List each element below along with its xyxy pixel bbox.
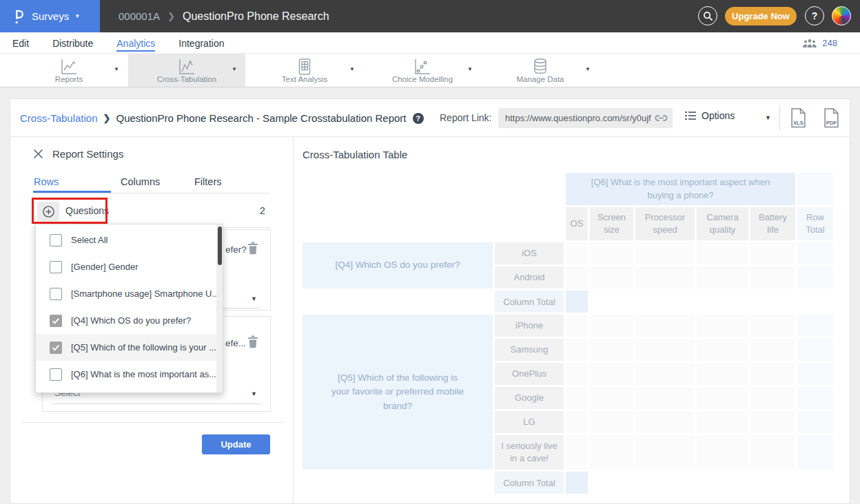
options-label: Options [702, 110, 735, 121]
dropdown-item-label: [Smartphone usage] Smartphone U... [71, 288, 219, 299]
nav-item-edit[interactable]: Edit [12, 38, 29, 49]
line-chart-icon [60, 58, 78, 76]
question-card-title-fragment: efer? [225, 244, 247, 255]
select-underline[interactable] [52, 403, 260, 404]
data-cell [566, 387, 588, 409]
upgrade-now-button[interactable]: Upgrade Now [725, 7, 797, 25]
checkbox-unchecked[interactable] [50, 261, 62, 273]
data-cell [750, 339, 795, 361]
dropdown-item[interactable]: [Smartphone usage] Smartphone U... [36, 280, 223, 307]
chevron-down-icon[interactable]: ▼ [349, 66, 355, 72]
report-link-input[interactable] [498, 108, 651, 128]
trash-icon[interactable] [247, 335, 258, 348]
options-button[interactable]: Options [685, 110, 735, 121]
chevron-down-icon[interactable]: ▼ [251, 390, 257, 397]
row-category: I seriously live in a cave! [495, 435, 564, 470]
data-cell [697, 242, 748, 264]
breadcrumb: 000001A ❯ QuestionPro Phone Research [119, 0, 329, 32]
link-icon[interactable] [655, 114, 668, 123]
checkbox-unchecked[interactable] [50, 234, 62, 246]
svg-text:PDF: PDF [826, 120, 837, 126]
checkbox-checked[interactable] [50, 315, 62, 327]
data-cell [750, 363, 795, 385]
dropdown-item[interactable]: Select All [36, 227, 223, 253]
report-card: Cross-Tabulation ❯ QuestionPro Phone Res… [10, 98, 850, 504]
help-button[interactable]: ? [805, 6, 824, 25]
toolbar-item-reports[interactable]: Reports ▼ [10, 54, 127, 87]
data-cell [590, 435, 633, 470]
data-cell [697, 411, 748, 433]
row-category: LG [495, 411, 564, 433]
dropdown-item[interactable]: [Q6] What is the most important as... [36, 361, 223, 388]
chevron-down-icon[interactable]: ▼ [765, 114, 771, 121]
checkbox-unchecked[interactable] [50, 288, 62, 300]
data-cell [750, 435, 795, 470]
report-settings-panel: Report Settings Rows Columns Filters Que… [10, 137, 294, 503]
avatar[interactable] [832, 6, 851, 25]
data-cell [590, 363, 633, 385]
list-icon [685, 111, 696, 120]
column-total-cell [566, 291, 588, 313]
scatter-chart-icon [413, 58, 431, 76]
row-total-cell [797, 339, 833, 361]
svg-text:XLS: XLS [793, 120, 803, 126]
tab-columns[interactable]: Columns [121, 176, 160, 187]
survey-nav: Edit Distribute Analytics Integration 24… [0, 32, 860, 54]
scrollbar-thumb[interactable] [218, 227, 222, 265]
data-cell [566, 266, 588, 288]
column-total-cell [566, 472, 588, 494]
close-icon[interactable] [33, 149, 43, 159]
breadcrumb-cross-tabulation-link[interactable]: Cross-Tabulation [20, 112, 98, 124]
chevron-down-icon[interactable]: ▼ [585, 66, 591, 72]
data-cell [697, 315, 748, 337]
surveys-menu[interactable]: Surveys ▼ [0, 0, 100, 32]
toolbar-item-choice-modelling[interactable]: Choice Modelling ▼ [364, 54, 481, 87]
data-cell [566, 363, 588, 385]
respondent-count-value: 248 [822, 38, 837, 48]
trash-icon[interactable] [247, 242, 258, 255]
checkbox-checked[interactable] [50, 342, 62, 354]
data-cell [590, 411, 633, 433]
nav-item-distribute[interactable]: Distribute [52, 38, 93, 49]
dropdown-item-label: [Gender] Gender [71, 262, 139, 272]
divider [779, 105, 780, 131]
data-cell [635, 411, 695, 433]
document-grid-icon [296, 58, 314, 76]
tab-underline-track [33, 193, 270, 193]
dropdown-item[interactable]: [Q5] Which of the following is your ... [36, 334, 223, 361]
tab-filters[interactable]: Filters [194, 176, 221, 187]
nav-item-analytics[interactable]: Analytics [116, 38, 155, 52]
update-button[interactable]: Update [202, 434, 270, 454]
questionpro-logo-icon [12, 8, 25, 25]
export-xls-button[interactable]: XLS [789, 107, 808, 128]
toolbar-item-cross-tabulation[interactable]: Cross-Tabulation ▼ [128, 54, 245, 87]
chevron-down-icon[interactable]: ▼ [467, 66, 473, 72]
search-icon [703, 11, 713, 21]
chevron-down-icon[interactable]: ▼ [232, 66, 237, 72]
table-title: Cross-Tabulation Table [303, 149, 407, 160]
chevron-down-icon: ▼ [74, 13, 80, 19]
column-header: Processor speed [635, 207, 695, 240]
search-button[interactable] [698, 6, 717, 25]
chevron-down-icon[interactable]: ▼ [251, 295, 257, 302]
chevron-down-icon[interactable]: ▼ [114, 66, 119, 72]
toolbar-item-text-analysis[interactable]: Text Analysis ▼ [246, 54, 363, 87]
report-title: QuestionPro Phone Research - Sample Cros… [116, 112, 406, 124]
dropdown-item[interactable]: [Gender] Gender [36, 253, 223, 280]
toolbar-item-manage-data[interactable]: Manage Data ▼ [482, 54, 599, 87]
report-link-box [498, 108, 673, 128]
nav-item-integration[interactable]: Integration [178, 38, 224, 49]
data-cell [566, 411, 588, 433]
crosstab-area: Cross-Tabulation Table [Q6] What is the … [302, 137, 850, 503]
checkbox-unchecked[interactable] [50, 368, 62, 381]
column-total-label: Column Total [495, 291, 564, 313]
data-cell [635, 435, 695, 470]
dropdown-item[interactable]: [Q4] Which OS do you prefer? [36, 307, 223, 334]
export-pdf-button[interactable]: PDF [822, 107, 841, 128]
data-cell [590, 339, 633, 361]
respondent-count[interactable]: 248 [803, 32, 837, 54]
row-total-cell [797, 387, 833, 409]
scrollbar-track[interactable] [216, 224, 223, 392]
tab-rows[interactable]: Rows [34, 176, 59, 187]
help-icon[interactable]: ? [413, 113, 424, 124]
